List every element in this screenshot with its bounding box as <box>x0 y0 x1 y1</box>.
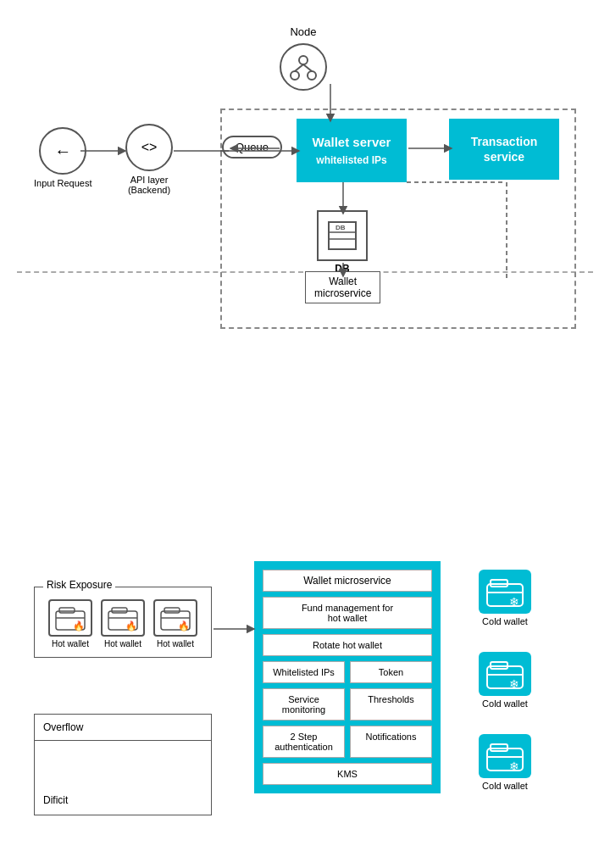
wallet-server-box: Wallet server whitelisted IPs <box>297 119 407 182</box>
cold-wallet-3: ❄ Cold wallet <box>479 734 531 791</box>
thresholds-btn: Thresholds <box>350 688 432 721</box>
hot-wallet-3: 🔥 Hot wallet <box>153 599 197 648</box>
whitelist-token-row: Whitelisted IPs Token <box>263 661 432 683</box>
service-thresholds-row: Service monitoring Thresholds <box>263 688 432 721</box>
fund-management-btn: Fund management forhot wallet <box>263 597 432 629</box>
auth-notifications-row: 2 Stepauthentication Notifications <box>263 726 432 758</box>
deficit-label: Dificit <box>43 794 68 806</box>
queue-box: Queue <box>222 136 282 159</box>
page: Node ← Input Request <> <box>0 0 610 868</box>
cold-wallet-icon-3: ❄ <box>479 734 531 778</box>
svg-point-0 <box>299 56 308 64</box>
wallet-server-sub: whitelisted IPs <box>316 154 386 166</box>
service-monitoring-btn: Service monitoring <box>263 688 345 721</box>
middle-section: Risk Exposure 🔥 Hot wallet <box>17 561 593 868</box>
api-layer-label: API layer(Backend) <box>128 175 170 195</box>
cold-wallet-2: ❄ Cold wallet <box>479 652 531 709</box>
api-layer-container: <> API layer(Backend) <box>125 124 173 195</box>
risk-exposure-box: Risk Exposure 🔥 Hot wallet <box>34 587 212 658</box>
node-label: Node <box>290 25 316 38</box>
node-icon <box>280 43 327 91</box>
cold-wallet-icon-2: ❄ <box>479 652 531 696</box>
hot-wallet-icon-2: 🔥 <box>101 599 145 637</box>
hot-wallet-1: 🔥 Hot wallet <box>48 599 92 648</box>
svg-rect-21 <box>59 608 75 613</box>
svg-rect-29 <box>164 608 180 613</box>
diagram: Node ← Input Request <> <box>17 17 593 868</box>
wallet-server-label: Wallet server <box>313 135 391 149</box>
db-container: DB DB <box>317 210 368 275</box>
risk-exposure-label: Risk Exposure <box>43 579 115 591</box>
microservice-box-title: Wallet microservice <box>263 570 432 592</box>
svg-point-2 <box>308 71 316 80</box>
cold-wallets-column: ❄ Cold wallet ❄ Cold wallet <box>479 570 531 791</box>
overflow-deficit-box: Overflow Dificit <box>34 714 212 815</box>
two-step-auth-btn: 2 Stepauthentication <box>263 726 345 758</box>
svg-text:❄: ❄ <box>509 595 519 608</box>
token-btn: Token <box>350 661 432 683</box>
hot-wallet-label-2: Hot wallet <box>104 639 141 648</box>
hot-wallet-label-3: Hot wallet <box>157 639 194 648</box>
svg-text:❄: ❄ <box>509 677 519 690</box>
queue-label: Queue <box>236 141 269 153</box>
hot-wallet-icon-3: 🔥 <box>153 599 197 637</box>
hot-wallet-icon-1: 🔥 <box>48 599 92 637</box>
cold-wallet-label-3: Cold wallet <box>482 781 528 791</box>
cold-wallet-1: ❄ Cold wallet <box>479 570 531 626</box>
kms-btn: KMS <box>263 763 432 785</box>
hot-wallets-row: 🔥 Hot wallet 🔥 <box>43 599 202 648</box>
api-layer-icon: <> <box>125 124 173 171</box>
svg-text:🔥: 🔥 <box>178 620 190 632</box>
overflow-label: Overflow <box>35 715 211 741</box>
whitelisted-ips-btn: Whitelisted IPs <box>263 661 345 683</box>
cold-wallet-icon-1: ❄ <box>479 570 531 614</box>
db-icon: DB <box>317 210 368 261</box>
svg-text:🔥: 🔥 <box>125 620 137 632</box>
input-request-container: ← Input Request <box>34 127 92 188</box>
input-request-label: Input Request <box>34 178 92 188</box>
input-request-icon: ← <box>39 127 86 175</box>
transaction-service-box: Transaction service <box>449 119 559 180</box>
svg-text:🔥: 🔥 <box>73 620 85 632</box>
svg-text:DB: DB <box>336 224 346 231</box>
microservice-box: Wallet microservice Fund management forh… <box>254 561 441 793</box>
svg-point-1 <box>291 71 299 80</box>
svg-line-4 <box>303 64 312 71</box>
svg-line-3 <box>295 64 303 71</box>
rotate-hot-wallet-btn: Rotate hot wallet <box>263 634 432 656</box>
node-container: Node <box>280 25 327 91</box>
notifications-btn: Notifications <box>350 726 432 758</box>
svg-text:❄: ❄ <box>509 760 519 772</box>
svg-rect-25 <box>112 608 127 613</box>
cold-wallet-label-1: Cold wallet <box>482 616 528 626</box>
top-section: Node ← Input Request <> <box>17 17 593 305</box>
hot-wallet-2: 🔥 Hot wallet <box>101 599 145 648</box>
cold-wallet-label-2: Cold wallet <box>482 698 528 709</box>
hot-wallet-label-1: Hot wallet <box>52 639 89 648</box>
wallet-microservice-label: Walletmicroservice <box>314 275 371 299</box>
wallet-microservice-label-box: Walletmicroservice <box>305 271 380 303</box>
transaction-service-label: Transaction service <box>471 135 538 164</box>
